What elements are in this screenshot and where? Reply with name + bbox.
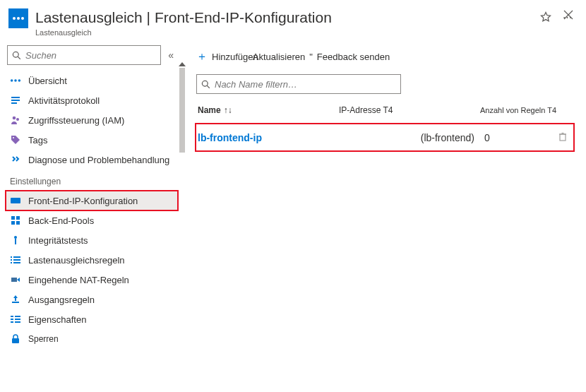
svg-rect-29 [15, 297, 16, 301]
access-control-icon [10, 114, 21, 126]
svg-rect-37 [560, 134, 566, 141]
svg-point-7 [18, 79, 21, 82]
sidebar-item-properties[interactable]: Eigenschaften [0, 309, 184, 329]
sidebar-item-label: Sperren [28, 334, 59, 344]
sidebar-item-access[interactable]: Zugriffssteuerung (IAM) [0, 110, 184, 130]
sort-icon: ↑↓ [224, 105, 232, 115]
sidebar-item-frontend-ip[interactable]: Front-End-IP-Konfiguration [6, 191, 178, 210]
svg-rect-28 [12, 302, 19, 303]
svg-rect-15 [11, 216, 15, 220]
svg-point-19 [14, 236, 17, 239]
filter-input[interactable] [215, 79, 396, 90]
command-bar: ＋ Hinzufügen Aktualisieren " Feedback se… [196, 47, 573, 74]
sidebar-item-diagnose[interactable]: Diagnose und Problembehandlung [0, 150, 184, 170]
table-row[interactable]: lb-frontend-ip (lb-frontend) 0 [196, 126, 573, 149]
svg-point-0 [13, 17, 16, 20]
diagnose-icon [10, 154, 21, 165]
svg-rect-26 [13, 262, 20, 263]
quote-icon: " [309, 52, 313, 62]
svg-point-11 [13, 117, 16, 120]
sidebar-item-label: Eigenschaften [28, 314, 86, 325]
feedback-button[interactable]: " Feedback senden [309, 52, 390, 62]
sidebar-item-locks[interactable]: Sperren [0, 329, 184, 349]
backend-pools-icon [10, 215, 21, 226]
svg-rect-23 [11, 259, 12, 261]
svg-point-12 [16, 118, 19, 121]
sidebar-item-overview[interactable]: Übersicht [0, 71, 184, 90]
activity-log-icon [10, 95, 21, 106]
row-ip: (lb-frontend) [339, 132, 480, 143]
svg-rect-14 [11, 198, 20, 203]
sidebar-section-settings: Einstellungen [0, 170, 184, 191]
svg-point-13 [13, 137, 14, 138]
frontend-ip-icon [10, 195, 21, 206]
svg-point-5 [11, 79, 13, 82]
svg-rect-10 [11, 102, 17, 104]
svg-rect-22 [13, 256, 20, 258]
sidebar-item-label: Integritätstests [28, 235, 88, 246]
add-button[interactable]: ＋ Hinzufügen [196, 49, 258, 64]
row-rules: 0 [480, 132, 558, 143]
svg-rect-20 [15, 239, 16, 244]
main-content: ＋ Hinzufügen Aktualisieren " Feedback se… [184, 42, 586, 392]
inbound-nat-icon [10, 274, 21, 285]
column-rules[interactable]: Anzahl von Regeln T4 [480, 106, 573, 114]
sidebar-item-label: Front-End-IP-Konfiguration [28, 196, 138, 206]
sidebar-item-label: Zugriffssteuerung (IAM) [28, 115, 124, 126]
column-ip[interactable]: IP-Adresse T4 [339, 105, 480, 115]
svg-point-6 [14, 79, 17, 82]
column-name[interactable]: Name ↑↓ [198, 105, 339, 115]
collapse-sidebar-icon[interactable]: « [165, 47, 177, 64]
svg-rect-32 [11, 319, 13, 320]
sidebar-item-label: Lastenausgleichsregeln [28, 255, 125, 266]
table-header: Name ↑↓ IP-Adresse T4 Anzahl von Regeln … [196, 101, 573, 121]
resource-type: Lastenausgleich [35, 28, 526, 37]
svg-rect-31 [15, 316, 20, 317]
sidebar-item-activity[interactable]: Aktivitätsprotokoll [0, 90, 184, 110]
sidebar-item-label: Aktivitätsprotokoll [28, 95, 100, 106]
svg-rect-16 [16, 216, 20, 220]
svg-rect-30 [11, 316, 13, 317]
sidebar-item-label: Tags [28, 135, 47, 145]
search-icon [201, 80, 210, 89]
sidebar-item-lb-rules[interactable]: Lastenausgleichsregeln [0, 250, 184, 270]
health-probe-icon [10, 234, 21, 246]
delete-icon[interactable] [558, 131, 568, 143]
row-name-link[interactable]: lb-frontend-ip [198, 132, 262, 143]
svg-rect-9 [11, 100, 20, 101]
plus-icon: ＋ [196, 49, 208, 64]
sidebar-item-backend[interactable]: Back-End-Pools [0, 210, 184, 230]
svg-rect-18 [16, 221, 20, 225]
properties-icon [10, 314, 21, 325]
overview-icon [10, 75, 21, 86]
svg-rect-8 [11, 97, 20, 98]
lb-rules-icon [10, 254, 21, 266]
sidebar-item-outbound[interactable]: Ausgangsregeln [0, 290, 184, 309]
sidebar: « Übersicht Aktivitätsprotokoll Zugriffs… [0, 42, 184, 392]
svg-rect-25 [11, 262, 12, 263]
sidebar-item-label: Übersicht [28, 76, 67, 86]
sidebar-item-nat[interactable]: Eingehende NAT-Regeln [0, 270, 184, 290]
filter-input-wrapper[interactable] [196, 74, 401, 94]
sidebar-item-label: Diagnose und Problembehandlung [28, 155, 169, 165]
svg-rect-17 [11, 221, 15, 225]
svg-rect-24 [13, 259, 20, 261]
sidebar-item-health[interactable]: Integritätstests [0, 230, 184, 250]
sidebar-item-tags[interactable]: Tags [0, 130, 184, 150]
svg-point-1 [17, 17, 20, 20]
sidebar-item-label: Eingehende NAT-Regeln [28, 275, 129, 285]
refresh-button[interactable]: Aktualisieren [253, 52, 305, 62]
sidebar-search[interactable] [7, 45, 161, 65]
svg-rect-27 [11, 278, 17, 282]
svg-rect-35 [15, 321, 20, 323]
sidebar-item-label: Back-End-Pools [28, 215, 94, 226]
favorite-icon[interactable] [540, 11, 551, 23]
svg-point-2 [21, 17, 24, 20]
tags-icon [10, 134, 21, 145]
sidebar-item-label: Ausgangsregeln [28, 295, 95, 305]
close-icon[interactable] [563, 10, 573, 20]
svg-rect-33 [15, 319, 20, 320]
page-title: Lastenausgleich | Front-End-IP-Konfigura… [35, 8, 526, 27]
sidebar-search-input[interactable] [25, 50, 156, 61]
svg-rect-21 [11, 256, 12, 258]
